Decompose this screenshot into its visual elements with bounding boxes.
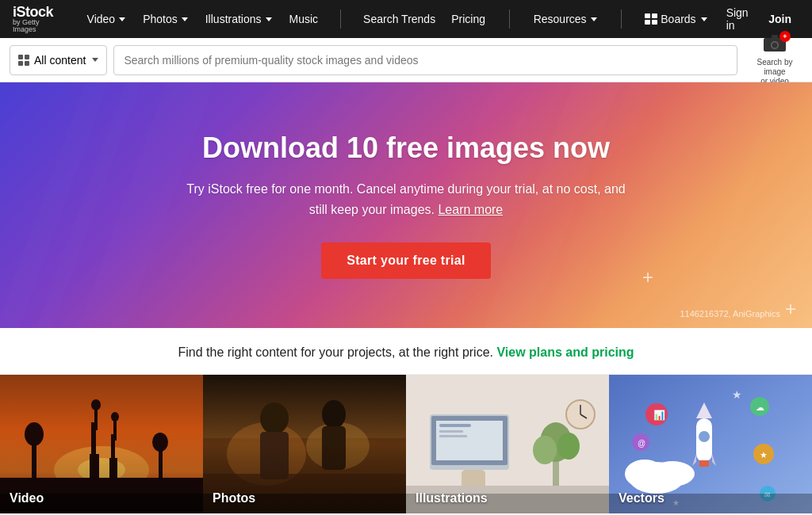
svg-rect-40	[439, 430, 463, 433]
svg-rect-21	[115, 414, 117, 419]
brand-logo[interactable]: iStock by Getty Images	[13, 5, 63, 33]
svg-point-2	[772, 42, 778, 48]
nav-divider	[340, 10, 341, 29]
nav-divider-3	[621, 10, 622, 29]
chevron-down-icon	[591, 17, 597, 21]
svg-text:★: ★	[760, 450, 768, 460]
learn-more-link[interactable]: Learn more	[438, 203, 503, 216]
svg-text:@: @	[638, 439, 645, 448]
svg-point-45	[557, 433, 580, 460]
search-by-image-button[interactable]: + Search by imageor video	[747, 34, 802, 86]
chevron-down-icon	[182, 17, 188, 21]
svg-rect-18	[111, 434, 115, 478]
svg-rect-12	[91, 422, 96, 478]
start-trial-button[interactable]: Start your free trial	[321, 242, 490, 279]
card-video-label: Video	[10, 491, 44, 505]
search-input-wrap	[113, 45, 737, 75]
boards-icon	[645, 13, 657, 25]
brand-name: iStock	[13, 5, 63, 19]
content-card-vectors[interactable]: 📊 ☁ ★ @ ✉ ★ ★ Vectors	[609, 375, 812, 513]
hero-title: Download 10 free images now	[186, 132, 625, 165]
content-type-button[interactable]: All content	[10, 45, 107, 75]
svg-point-31	[322, 400, 346, 429]
nav-search-trends[interactable]: Search Trends	[355, 8, 443, 30]
chevron-down-icon	[92, 58, 98, 62]
svg-rect-8	[32, 438, 36, 478]
svg-rect-17	[95, 454, 99, 478]
svg-text:📊: 📊	[653, 409, 665, 421]
nav-video[interactable]: Video	[79, 8, 134, 30]
svg-point-11	[152, 433, 168, 452]
card-vectors-label: Vectors	[619, 491, 665, 505]
svg-rect-30	[260, 432, 289, 479]
nav-divider-2	[509, 10, 510, 29]
hero-content: Download 10 free images now Try iStock f…	[170, 132, 641, 278]
content-card-video[interactable]: Video	[0, 375, 203, 513]
svg-rect-41	[439, 435, 467, 437]
svg-text:★: ★	[732, 388, 742, 401]
content-type-label: All content	[34, 54, 86, 67]
pricing-text: Find the right content for your projects…	[178, 345, 493, 359]
content-card-illustrations[interactable]: Illustrations	[406, 375, 609, 513]
search-input[interactable]	[113, 45, 737, 75]
nav-boards[interactable]: Boards	[637, 8, 714, 30]
hero-plus-decoration-2: +	[785, 298, 796, 320]
card-photos-label: Photos	[213, 491, 255, 505]
svg-point-55	[650, 461, 695, 486]
nav-join[interactable]: Join	[760, 8, 799, 30]
svg-point-27	[227, 422, 306, 486]
navbar: iStock by Getty Images Video Photos Illu…	[0, 0, 812, 38]
pricing-section: Find the right content for your projects…	[0, 328, 812, 375]
nav-photos[interactable]: Photos	[135, 8, 196, 30]
brand-sub: by Getty Images	[13, 19, 63, 33]
svg-rect-23	[114, 458, 117, 478]
svg-text:☁: ☁	[756, 402, 764, 412]
svg-point-44	[533, 436, 557, 464]
svg-point-9	[25, 422, 44, 446]
svg-point-28	[306, 422, 370, 470]
svg-point-60	[699, 431, 710, 442]
svg-rect-61	[699, 460, 709, 467]
nav-links: Video Photos Illustrations Music Search …	[79, 8, 444, 30]
camera-badge: +	[779, 31, 791, 42]
svg-rect-10	[159, 446, 163, 478]
svg-rect-16	[90, 454, 94, 478]
chevron-down-icon	[266, 17, 272, 21]
svg-point-20	[111, 412, 119, 422]
svg-rect-39	[439, 424, 471, 427]
nav-illustrations[interactable]: Illustrations	[197, 8, 280, 30]
search-bar: All content + Search by imageor video	[0, 38, 812, 82]
grid-icon	[18, 55, 29, 66]
view-plans-link[interactable]: View plans and pricing	[496, 345, 634, 359]
svg-rect-22	[109, 458, 113, 478]
svg-rect-15	[96, 402, 98, 408]
nav-right: Pricing Resources Boards Sign in Join	[443, 2, 799, 36]
svg-rect-3	[772, 35, 778, 39]
nav-music[interactable]: Music	[282, 8, 327, 30]
svg-rect-13	[94, 406, 98, 430]
hero-banner: Download 10 free images now Try iStock f…	[0, 82, 812, 328]
nav-sign-in[interactable]: Sign in	[718, 2, 758, 36]
card-illustrations-label: Illustrations	[416, 491, 488, 505]
content-grid: Video	[0, 375, 812, 513]
camera-icon-wrap: +	[762, 34, 787, 56]
hero-subtitle: Try iStock free for one month. Cancel an…	[186, 179, 625, 219]
chevron-down-icon	[119, 17, 125, 21]
nav-resources[interactable]: Resources	[526, 8, 605, 30]
svg-point-29	[260, 402, 289, 434]
svg-point-5	[54, 446, 149, 494]
svg-point-6	[78, 458, 125, 482]
chevron-down-icon	[701, 17, 707, 21]
svg-rect-19	[113, 418, 117, 441]
content-card-photos[interactable]: Photos	[203, 375, 406, 513]
nav-pricing[interactable]: Pricing	[443, 8, 493, 30]
hero-plus-decoration-1: +	[642, 266, 653, 288]
svg-rect-32	[322, 426, 346, 470]
svg-point-14	[91, 399, 101, 410]
hero-attribution: 1146216372, AniGraphics	[680, 309, 780, 319]
